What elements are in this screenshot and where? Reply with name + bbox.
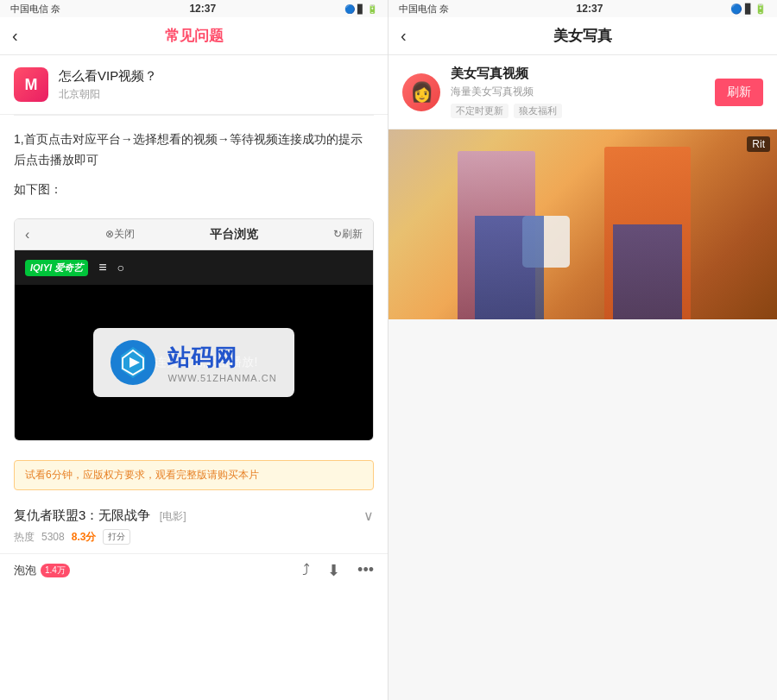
left-status-bar: 中国电信 奈 12:37 🔵 ▊ 🔋 <box>0 0 388 17</box>
browser-title: 平台浏览 <box>210 227 258 243</box>
more-icon[interactable]: ••• <box>357 561 374 580</box>
left-status-icons: 🔵 ▊ 🔋 <box>344 4 377 14</box>
iqiyi-header: IQIYI 爱奇艺 ≡ ○ <box>15 250 373 285</box>
channel-card: 👩 美女写真视频 海量美女写真视频 不定时更新 狼友福利 刷新 <box>388 55 777 129</box>
score-button[interactable]: 打分 <box>103 529 130 545</box>
left-carrier: 中国电信 奈 <box>10 3 60 16</box>
channel-avatar-icon: 👩 <box>410 81 433 104</box>
channel-desc: 海量美女写真视频 <box>451 85 704 99</box>
content-area: 1,首页点击对应平台→选择想看的视频→等待视频连接成功的提示后点击播放即可 如下… <box>0 116 388 700</box>
trial-text: 试看6分钟，应版权方要求，观看完整版请购买本片 <box>25 469 259 481</box>
right-carrier: 中国电信 奈 <box>399 3 449 16</box>
channel-tag-2: 狼友福利 <box>514 104 562 118</box>
inner-browser: ‹ ⊗关闭 平台浏览 ↻刷新 IQIYI 爱奇艺 ≡ ○ 视频连接成功,点击播放… <box>14 218 374 441</box>
movie-score: 8.3分 <box>72 530 97 545</box>
question-card: M 怎么看VIP视频？ 北京朝阳 <box>0 55 388 115</box>
right-content-area <box>388 319 777 700</box>
question-title: 怎么看VIP视频？ <box>59 68 374 85</box>
trial-banner: 试看6分钟，应版权方要求，观看完整版请购买本片 <box>14 460 374 490</box>
iqiyi-logo: IQIYI 爱奇艺 <box>25 260 88 276</box>
share-icon[interactable]: ⤴ <box>302 561 310 580</box>
movie-expand-icon[interactable]: ∨ <box>363 508 374 524</box>
bubble-label: 泡泡 1.4万 <box>14 563 70 578</box>
watermark-sub-text: WWW.51ZHANMA.CN <box>167 373 276 383</box>
right-status-icons: 🔵 ▊ 🔋 <box>730 3 767 15</box>
heat-value: 5308 <box>41 531 65 543</box>
bubble-count: 1.4万 <box>41 564 70 577</box>
channel-info: 美女写真视频 海量美女写真视频 不定时更新 狼友福利 <box>451 66 704 118</box>
right-nav-title: 美女写真 <box>553 26 612 46</box>
iqiyi-logo-text: IQIYI 爱奇艺 <box>30 262 83 273</box>
bubble-text: 泡泡 <box>14 563 36 578</box>
movie-meta: 热度 5308 8.3分 打分 <box>14 529 374 545</box>
channel-avatar: 👩 <box>402 73 440 111</box>
movie-actions: 泡泡 1.4万 ⤴ ⬇ ••• <box>0 553 388 587</box>
left-back-button[interactable]: ‹ <box>12 26 18 46</box>
right-time: 12:37 <box>577 3 603 15</box>
left-time: 12:37 <box>189 3 216 15</box>
channel-name: 美女写真视频 <box>451 66 704 82</box>
left-nav-bar: ‹ 常见问题 <box>0 17 388 55</box>
jeans-left <box>475 216 544 319</box>
rit-watermark: Rit <box>747 136 770 152</box>
video-thumbnail[interactable]: Rit <box>388 129 777 319</box>
action-icons: ⤴ ⬇ ••• <box>302 561 374 580</box>
video-player[interactable]: 视频连接成功,点击播放! 站码网 WWW.51ZHANMA.C <box>15 285 373 440</box>
jeans-right <box>613 224 682 319</box>
movie-info: 复仇者联盟3：无限战争 [电影] ∨ 热度 5308 8.3分 打分 <box>0 499 388 553</box>
question-text: 怎么看VIP视频？ 北京朝阳 <box>59 68 374 102</box>
step-2: 如下图： <box>14 180 374 200</box>
movie-title-group: 复仇者联盟3：无限战争 [电影] <box>14 508 186 524</box>
heat-label: 热度 <box>14 530 35 545</box>
left-panel: 中国电信 奈 12:37 🔵 ▊ 🔋 ‹ 常见问题 M 怎么看VIP视频？ 北京… <box>0 0 388 700</box>
right-nav-bar: ‹ 美女写真 <box>388 17 777 55</box>
browser-nav: ‹ ⊗关闭 平台浏览 ↻刷新 <box>15 219 373 250</box>
movie-title: 复仇者联盟3：无限战争 <box>14 508 150 522</box>
iqiyi-search-icon[interactable]: ○ <box>117 261 123 274</box>
refresh-button[interactable]: 刷新 <box>715 79 763 106</box>
step-1: 1,首页点击对应平台→选择想看的视频→等待视频连接成功的提示后点击播放即可 <box>14 129 374 171</box>
browser-back[interactable]: ‹ <box>25 227 29 243</box>
right-back-button[interactable]: ‹ <box>401 26 407 46</box>
channel-tag-1: 不定时更新 <box>451 104 509 118</box>
question-location: 北京朝阳 <box>59 87 374 102</box>
iqiyi-menu-icon[interactable]: ≡ <box>98 260 106 275</box>
left-nav-title: 常见问题 <box>165 26 224 46</box>
browser-close[interactable]: ⊗关闭 <box>105 227 135 242</box>
right-status-bar: 中国电信 奈 12:37 🔵 ▊ 🔋 <box>388 0 777 17</box>
browser-refresh[interactable]: ↻刷新 <box>333 227 363 242</box>
thumb-background <box>388 129 777 319</box>
question-icon: M <box>14 67 48 102</box>
content-text: 1,首页点击对应平台→选择想看的视频→等待视频连接成功的提示后点击播放即可 如下… <box>0 116 388 208</box>
video-connect-text: 视频连接成功,点击播放! <box>130 355 258 370</box>
channel-tags: 不定时更新 狼友福利 <box>451 104 704 118</box>
download-icon[interactable]: ⬇ <box>327 561 340 580</box>
right-panel: 中国电信 奈 12:37 🔵 ▊ 🔋 ‹ 美女写真 👩 美女写真视频 海量美女写… <box>388 0 777 700</box>
movie-tag: [电影] <box>160 510 186 522</box>
movie-title-row: 复仇者联盟3：无限战争 [电影] ∨ <box>14 508 374 524</box>
